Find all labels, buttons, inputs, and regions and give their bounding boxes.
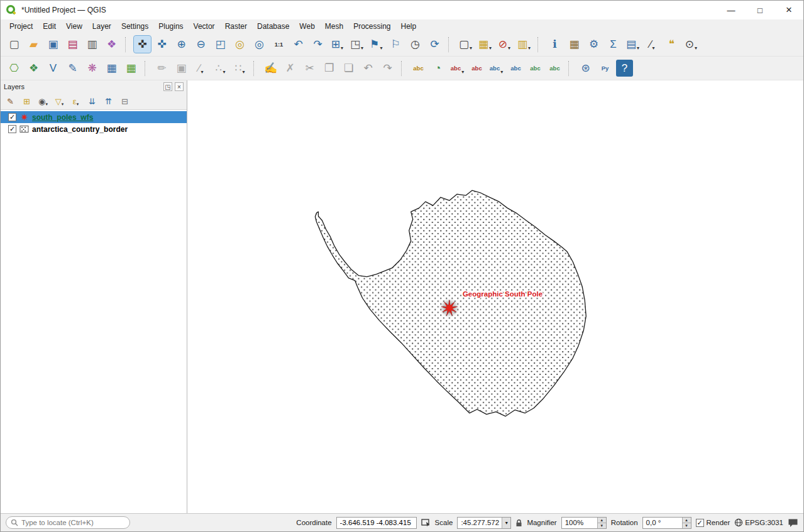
open-project-button[interactable]: ▰ — [25, 36, 42, 53]
new-shapefile-layer-button[interactable]: ❖ — [25, 60, 42, 77]
pan-to-selection-tool[interactable]: ✜ — [153, 36, 170, 53]
menu-vector[interactable]: Vector — [189, 21, 220, 32]
menu-mesh[interactable]: Mesh — [320, 21, 348, 32]
zoom-native-button[interactable]: 1:1 — [270, 36, 287, 53]
filter-by-expression-button[interactable]: ε▾ — [69, 95, 82, 108]
spin-down-icon[interactable]: ▼ — [683, 523, 691, 528]
vertex-tool[interactable]: ∷▾ — [231, 60, 248, 77]
minimize-button[interactable]: — — [717, 1, 746, 19]
magnifier-spin-arrows[interactable]: ▲▼ — [597, 518, 606, 528]
highlight-pinned-labels-button[interactable]: abc — [468, 60, 485, 77]
close-panel-button[interactable]: × — [175, 82, 184, 91]
scale-dropdown-caret[interactable]: ▾ — [502, 518, 510, 528]
redo-button[interactable]: ↷ — [379, 60, 396, 77]
processing-toolbox-button[interactable]: ⚙ — [585, 36, 602, 53]
show-hide-labels-tool[interactable]: abc▾ — [488, 60, 505, 77]
modify-attributes-button[interactable]: ✍ — [262, 60, 279, 77]
zoom-full-button[interactable]: ◰ — [212, 36, 229, 53]
zoom-to-selection-button[interactable]: ◎ — [231, 36, 248, 53]
menu-processing[interactable]: Processing — [348, 21, 395, 32]
menu-database[interactable]: Database — [252, 21, 294, 32]
new-geopackage-layer-button[interactable]: ⎔ — [6, 60, 23, 77]
style-manager-button[interactable]: ❖ — [103, 36, 120, 53]
add-group-button[interactable]: ⊞ — [20, 95, 33, 108]
add-feature-tool[interactable]: ∴▾ — [212, 60, 229, 77]
layer-tree[interactable]: ✓south_poles_wfs✓antarctica_country_bord… — [1, 109, 187, 513]
paste-features-button[interactable]: ❏ — [340, 60, 357, 77]
close-button[interactable]: × — [774, 1, 803, 19]
layer-label[interactable]: antarctica_country_border — [32, 125, 128, 134]
select-by-expression-button[interactable]: ▥▾ — [515, 36, 532, 53]
zoom-next-button[interactable]: ↷ — [309, 36, 326, 53]
delete-selected-button[interactable]: ✗ — [282, 60, 299, 77]
temporal-controller-button[interactable]: ◷ — [407, 36, 424, 53]
deselect-all-button[interactable]: ⊘▾ — [496, 36, 513, 53]
refresh-map-button[interactable]: ⟳ — [426, 36, 443, 53]
toggle-editing-button[interactable]: ✏ — [153, 60, 170, 77]
new-print-layout-button[interactable]: ▤ — [64, 36, 81, 53]
menu-edit[interactable]: Edit — [38, 21, 61, 32]
open-attribute-table-button[interactable]: ▤▾ — [624, 36, 641, 53]
layer-item[interactable]: ✓south_poles_wfs — [1, 111, 187, 123]
menu-help[interactable]: Help — [396, 21, 422, 32]
new-gpx-layer-button[interactable]: ▦ — [123, 60, 140, 77]
new-map-view-button[interactable]: ⊞▾ — [329, 36, 346, 53]
new-spatial-bookmark-button[interactable]: ⚑▾ — [368, 36, 385, 53]
spin-up-icon[interactable]: ▲ — [683, 518, 691, 523]
magnifier-spinbox[interactable]: 100% ▲▼ — [561, 517, 607, 529]
change-label-tool[interactable]: abc — [546, 60, 563, 77]
rotate-label-tool[interactable]: abc — [527, 60, 544, 77]
zoom-last-button[interactable]: ↶ — [290, 36, 307, 53]
open-layer-styling-button[interactable]: ✎ — [4, 95, 17, 108]
locate-input[interactable] — [21, 519, 125, 526]
pan-map-tool[interactable]: ✜ — [134, 36, 151, 53]
show-bookmarks-button[interactable]: ⚐ — [387, 36, 404, 53]
map-canvas[interactable]: Geographic South Pole — [187, 80, 803, 513]
field-calculator-button[interactable]: ▦ — [566, 36, 583, 53]
filter-legend-button[interactable]: ▽▾ — [53, 95, 66, 108]
float-panel-button[interactable]: ◳ — [163, 82, 172, 91]
menu-project[interactable]: Project — [4, 21, 38, 32]
python-console-button[interactable]: Py — [597, 60, 614, 77]
menu-layer[interactable]: Layer — [87, 21, 116, 32]
spin-down-icon[interactable]: ▼ — [598, 523, 606, 528]
zoom-in-tool[interactable]: ⊕ — [173, 36, 190, 53]
extents-icon[interactable] — [421, 518, 431, 527]
zoom-to-layer-button[interactable]: ◎ — [251, 36, 268, 53]
menu-raster[interactable]: Raster — [220, 21, 252, 32]
save-project-button[interactable]: ▣ — [45, 36, 62, 53]
metasearch-button[interactable]: ⊛ — [577, 60, 594, 77]
pin-labels-tool[interactable]: abc▾ — [449, 60, 466, 77]
collapse-all-button[interactable]: ⇈ — [102, 95, 115, 108]
save-edits-button[interactable]: ▣ — [173, 60, 190, 77]
layer-diagram-options-button[interactable]: ◔ — [429, 60, 446, 77]
cut-features-button[interactable]: ✂ — [301, 60, 318, 77]
manage-map-themes-button[interactable]: ◉▾ — [36, 95, 50, 108]
zoom-out-tool[interactable]: ⊖ — [192, 36, 209, 53]
layer-labeling-options-button[interactable]: abc — [410, 60, 427, 77]
remove-layer-button[interactable]: ⊟ — [118, 95, 131, 108]
messages-icon[interactable] — [788, 518, 798, 528]
layer-item[interactable]: ✓antarctica_country_border — [1, 123, 187, 135]
new-mesh-layer-button[interactable]: ▦ — [103, 60, 120, 77]
scale-combobox[interactable]: :45.277.572 ▾ — [457, 517, 511, 529]
new-3d-map-view-button[interactable]: ◳▾ — [348, 36, 365, 53]
statistical-summary-button[interactable]: Σ — [605, 36, 622, 53]
show-layout-manager-button[interactable]: ▥ — [84, 36, 101, 53]
undo-button[interactable]: ↶ — [360, 60, 377, 77]
menu-settings[interactable]: Settings — [116, 21, 153, 32]
menu-view[interactable]: View — [61, 21, 87, 32]
spin-up-icon[interactable]: ▲ — [598, 518, 606, 523]
copy-features-button[interactable]: ❐ — [321, 60, 338, 77]
identify-features-tool[interactable]: ℹ — [546, 36, 563, 53]
new-scratch-layer-button[interactable]: ✎ — [64, 60, 81, 77]
map-tips-button[interactable]: ❝ — [663, 36, 680, 53]
lock-icon[interactable] — [515, 519, 522, 527]
measure-tool[interactable]: ∕▾ — [644, 36, 661, 53]
rotation-spinbox[interactable]: 0,0 ° ▲▼ — [642, 517, 691, 529]
menu-web[interactable]: Web — [294, 21, 319, 32]
layer-visibility-checkbox[interactable]: ✓ — [8, 125, 16, 133]
menu-plugins[interactable]: Plugins — [153, 21, 188, 32]
new-project-button[interactable]: ▢ — [6, 36, 23, 53]
search-tool-button[interactable]: ⊙▾ — [683, 36, 700, 53]
